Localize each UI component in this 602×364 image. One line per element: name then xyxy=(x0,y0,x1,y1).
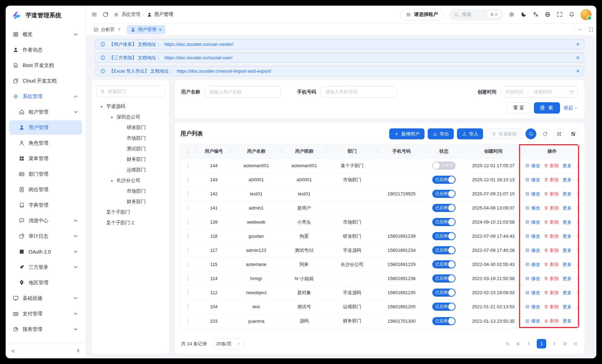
sidebar-item[interactable]: 支付管理 xyxy=(9,307,82,321)
delete-link[interactable]: 删除 xyxy=(544,290,559,296)
delete-link[interactable]: 删除 xyxy=(544,304,559,310)
status-toggle[interactable]: 已启用 xyxy=(432,289,456,297)
dept-tree-node[interactable]: ▾ 研发部门 xyxy=(96,122,165,133)
row-checkbox[interactable] xyxy=(188,233,188,239)
close-tab-icon[interactable]: × xyxy=(159,27,162,32)
sidebar-item[interactable]: 系统管理 xyxy=(9,89,82,104)
first-page-button[interactable] xyxy=(505,341,510,346)
status-toggle[interactable]: 已启用 xyxy=(432,260,456,268)
row-checkbox[interactable] xyxy=(188,275,188,281)
more-link[interactable]: 更多 xyxy=(562,219,572,225)
delete-link[interactable]: 删除 xyxy=(544,163,559,169)
delete-link[interactable]: 删除 xyxy=(544,191,559,197)
banner-link[interactable]: https://doc.iocoder.cn/social-user/ xyxy=(164,55,233,60)
more-link[interactable]: 更多 xyxy=(562,233,572,239)
more-dots-icon[interactable] xyxy=(575,192,579,196)
table-icon-button[interactable] xyxy=(554,128,565,139)
status-toggle[interactable]: 已启用 xyxy=(432,190,456,198)
sidebar-item[interactable]: Boot 开发文档 xyxy=(9,58,82,73)
more-dots-icon[interactable] xyxy=(575,234,579,239)
status-toggle[interactable]: 已启用 xyxy=(432,218,456,226)
more-link[interactable]: 更多 xyxy=(562,275,572,282)
row-checkbox[interactable] xyxy=(188,163,188,169)
edit-link[interactable]: 修改 xyxy=(525,247,540,254)
more-dots-icon[interactable] xyxy=(575,248,579,253)
more-dots-icon[interactable] xyxy=(575,220,579,225)
delete-link[interactable]: 删除 xyxy=(544,219,559,225)
pin-sidebar-icon[interactable] xyxy=(76,348,81,354)
next-5-pages-button[interactable] xyxy=(562,341,567,346)
dept-tree-node[interactable]: ▾ 测试部门 xyxy=(96,144,165,154)
edit-link[interactable]: 修改 xyxy=(525,163,540,169)
tab-list-dropdown-button[interactable] xyxy=(574,24,585,35)
pin-tab-icon[interactable] xyxy=(117,28,121,32)
more-dots-icon[interactable] xyxy=(575,163,579,168)
collapse-sidebar-icon[interactable] xyxy=(11,348,16,354)
status-toggle[interactable]: 已启用 xyxy=(432,232,456,240)
tree-expand-icon[interactable]: ▾ xyxy=(109,115,114,119)
row-checkbox[interactable] xyxy=(188,290,188,296)
fullscreen-button[interactable] xyxy=(556,11,563,18)
more-dots-icon[interactable] xyxy=(575,206,579,211)
sidebar-item[interactable]: 基础设施 xyxy=(9,291,82,305)
translate-button[interactable] xyxy=(532,11,539,18)
sidebar-item[interactable]: 消息中心 xyxy=(9,213,82,228)
toolbar-button[interactable]: 导出 xyxy=(428,128,454,139)
sidebar-item[interactable]: 审计日志 xyxy=(9,229,82,243)
dept-tree-node[interactable]: ▾ 财务部门 xyxy=(96,196,165,207)
banner-link[interactable]: https://doc.iocoder.cn/user-center/ xyxy=(164,42,234,47)
prev-page-button[interactable] xyxy=(526,341,531,346)
dept-tree-node[interactable]: ▾ 某个子部门 2 xyxy=(96,218,165,228)
close-banner-icon[interactable]: × xyxy=(576,42,579,47)
reset-button[interactable]: 重 置 xyxy=(507,102,530,114)
more-link[interactable]: 更多 xyxy=(562,304,572,310)
edit-link[interactable]: 修改 xyxy=(525,304,540,310)
dept-tree-node[interactable]: ▾ 深圳总公司 xyxy=(96,112,165,122)
table-icon-button[interactable] xyxy=(568,128,579,139)
refresh-page-button[interactable] xyxy=(102,11,109,18)
prev-5-pages-button[interactable] xyxy=(516,341,521,346)
delete-link[interactable]: 删除 xyxy=(544,247,559,254)
username-input[interactable] xyxy=(205,86,281,98)
more-link[interactable]: 更多 xyxy=(562,177,572,183)
row-checkbox[interactable] xyxy=(188,247,188,253)
user-avatar[interactable] xyxy=(580,9,591,20)
table-icon-button[interactable] xyxy=(525,128,536,139)
next-page-button[interactable] xyxy=(552,341,557,346)
sidebar-item[interactable]: 用户管理 xyxy=(9,120,82,135)
sidebar-item[interactable]: 部门管理 xyxy=(9,167,82,181)
select-all-checkbox[interactable] xyxy=(188,148,188,154)
more-dots-icon[interactable] xyxy=(575,290,579,295)
edit-link[interactable]: 修改 xyxy=(525,275,540,282)
more-dots-icon[interactable] xyxy=(575,262,579,267)
status-toggle[interactable]: 已启用 xyxy=(432,317,456,325)
row-checkbox[interactable] xyxy=(188,205,188,211)
delete-link[interactable]: 删除 xyxy=(544,205,559,211)
row-checkbox[interactable] xyxy=(188,177,188,183)
dept-search-input[interactable] xyxy=(108,89,161,94)
toolbar-button[interactable]: 新增用户 xyxy=(389,128,425,139)
page-size-select[interactable]: 20条/页 ▾ xyxy=(212,338,244,349)
tab-user-management[interactable]: 用户管理 × xyxy=(127,25,165,34)
delete-link[interactable]: 删除 xyxy=(544,275,559,282)
dept-tree-node[interactable]: ▾ 芋道源码 xyxy=(96,101,165,112)
more-dots-icon[interactable] xyxy=(575,304,579,309)
row-checkbox[interactable] xyxy=(188,318,188,324)
status-toggle[interactable]: 已禁用 xyxy=(432,162,456,170)
dept-tree-node[interactable]: ▾ 某个子部门 xyxy=(96,207,165,218)
edit-link[interactable]: 修改 xyxy=(525,205,540,211)
more-link[interactable]: 更多 xyxy=(562,318,572,324)
dept-tree-node[interactable]: ▾ 长沙分公司 xyxy=(96,175,165,186)
more-link[interactable]: 更多 xyxy=(562,290,572,296)
banner-link[interactable]: https://doc.iocoder.cn/excel-import-and-… xyxy=(177,68,271,74)
more-dots-icon[interactable] xyxy=(575,318,579,323)
row-checkbox[interactable] xyxy=(188,304,188,310)
date-range-picker[interactable]: 开始时间 → 结束时间 xyxy=(501,86,578,98)
delete-link[interactable]: 删除 xyxy=(544,233,559,239)
close-banner-icon[interactable]: × xyxy=(576,55,579,61)
close-banner-icon[interactable]: × xyxy=(576,68,579,74)
dept-tree-node[interactable]: ▾ 财务部门 xyxy=(96,154,165,165)
sidebar-item[interactable]: 概览 xyxy=(9,27,82,42)
sidebar-item[interactable]: 岗位管理 xyxy=(9,182,82,197)
last-page-button[interactable] xyxy=(573,341,578,346)
